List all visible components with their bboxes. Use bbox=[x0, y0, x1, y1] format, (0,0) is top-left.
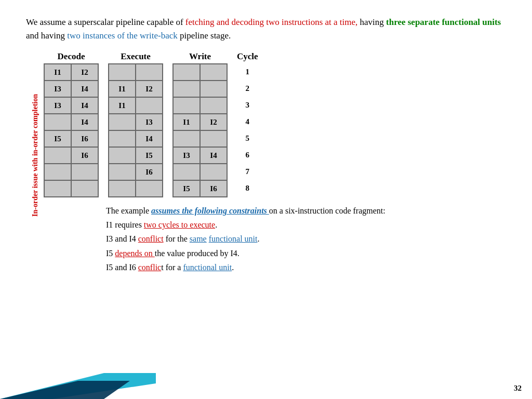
table-cell bbox=[109, 180, 136, 197]
desc-line2: I1 requires two cycles to execute. bbox=[106, 218, 506, 232]
desc-line4-pre: I5 bbox=[106, 249, 115, 258]
table-cell: I3 bbox=[44, 81, 71, 97]
write-table: I1I2I3I4I5I6 bbox=[172, 63, 228, 197]
desc-line1-pre: The example bbox=[106, 206, 151, 215]
desc-line3-pre: I3 and I4 bbox=[106, 234, 138, 243]
table-cell: I6 bbox=[200, 180, 227, 197]
cycle-num: 5 bbox=[240, 130, 255, 147]
table-cell bbox=[200, 64, 227, 81]
intro-red1: fetching and decoding two instructions a… bbox=[185, 17, 357, 27]
table-cell bbox=[136, 64, 163, 81]
intro-part2: having bbox=[357, 17, 386, 27]
two-cycles-link[interactable]: two cycles to execute bbox=[144, 220, 215, 229]
table-cell bbox=[109, 114, 136, 130]
functional-unit-link2[interactable]: functional unit bbox=[183, 263, 232, 272]
diagram-section: In-order issue with in-order completion … bbox=[31, 51, 506, 274]
intro-part3: and having bbox=[26, 31, 67, 41]
table-cell: I6 bbox=[71, 147, 98, 164]
intro-part1: We assume a superscalar pipeline capable… bbox=[26, 17, 185, 27]
table-cell bbox=[173, 64, 200, 81]
execute-table: I1I2I1I3I4I5I6 bbox=[108, 63, 163, 197]
description-section: The example assumes the following constr… bbox=[106, 204, 506, 274]
table-cell bbox=[173, 81, 200, 97]
rotated-label: In-order issue with in-order completion bbox=[31, 94, 39, 217]
table-cell: I4 bbox=[200, 147, 227, 164]
slide-number: 32 bbox=[514, 384, 522, 393]
table-cell bbox=[109, 130, 136, 147]
cycle-numbers: 12345678 bbox=[240, 63, 255, 196]
decode-header: Decode bbox=[58, 51, 85, 62]
depends-on-link[interactable]: depends on bbox=[115, 249, 154, 258]
same-link[interactable]: same bbox=[190, 234, 207, 243]
conflict-link2[interactable]: conflic bbox=[138, 263, 161, 272]
tables-area: Decode I1I2I3I4I3I4I4I5I6I6 Execute I1I2… bbox=[44, 51, 506, 274]
conflict-link1[interactable]: conflict bbox=[138, 234, 164, 243]
desc-line5-pre: I5 and I6 bbox=[106, 263, 138, 272]
assumes-link[interactable]: assumes the following constraints bbox=[151, 206, 269, 215]
table-cell bbox=[200, 97, 227, 114]
table-cell: I3 bbox=[173, 147, 200, 164]
desc-line3-mid: for the bbox=[164, 234, 190, 243]
table-cell bbox=[109, 147, 136, 164]
desc-line5-mid: t for a bbox=[161, 263, 183, 272]
table-cell: I2 bbox=[200, 114, 227, 130]
desc-line5-post: . bbox=[232, 263, 234, 272]
table-cell bbox=[44, 147, 71, 164]
execute-header: Execute bbox=[121, 51, 151, 62]
table-cell: I1 bbox=[44, 64, 71, 81]
table-cell: I4 bbox=[71, 81, 98, 97]
tables-row: Decode I1I2I3I4I3I4I4I5I6I6 Execute I1I2… bbox=[44, 51, 506, 197]
table-cell bbox=[44, 180, 71, 197]
table-cell bbox=[44, 164, 71, 180]
functional-unit-link1[interactable]: functional unit bbox=[209, 234, 258, 243]
write-stage: Write I1I2I3I4I5I6 bbox=[172, 51, 228, 197]
table-cell: I5 bbox=[44, 130, 71, 147]
table-cell bbox=[200, 130, 227, 147]
table-cell: I6 bbox=[71, 130, 98, 147]
table-cell: I6 bbox=[136, 164, 163, 180]
table-cell: I3 bbox=[136, 114, 163, 130]
cycle-num: 4 bbox=[240, 113, 255, 130]
desc-line1: The example assumes the following constr… bbox=[106, 204, 506, 218]
cycle-header: Cycle bbox=[237, 51, 258, 62]
table-cell: I4 bbox=[136, 130, 163, 147]
table-cell: I2 bbox=[136, 81, 163, 97]
cycle-num: 1 bbox=[240, 63, 255, 80]
desc-line2-post: . bbox=[215, 220, 217, 229]
table-cell bbox=[136, 180, 163, 197]
table-cell: I1 bbox=[109, 97, 136, 114]
table-cell: I4 bbox=[71, 97, 98, 114]
write-header: Write bbox=[189, 51, 211, 62]
table-cell: I5 bbox=[136, 147, 163, 164]
desc-line1-post: on a six-instruction code fragment: bbox=[269, 206, 385, 215]
execute-stage: Execute I1I2I1I3I4I5I6 bbox=[108, 51, 163, 197]
table-cell: I2 bbox=[71, 64, 98, 81]
cycle-num: 7 bbox=[240, 163, 255, 180]
table-cell bbox=[173, 164, 200, 180]
desc-line2-pre: I1 requires bbox=[106, 220, 144, 229]
table-cell: I3 bbox=[44, 97, 71, 114]
desc-line3: I3 and I4 conflict for the same function… bbox=[106, 232, 506, 246]
desc-line4: I5 depends on the value produced by I4. bbox=[106, 246, 506, 260]
table-cell bbox=[71, 180, 98, 197]
desc-line3-post: . bbox=[257, 234, 259, 243]
cycle-num: 8 bbox=[240, 180, 255, 196]
intro-paragraph: We assume a superscalar pipeline capable… bbox=[26, 16, 506, 42]
table-cell: I1 bbox=[109, 81, 136, 97]
intro-green1: three separate functional units bbox=[386, 17, 501, 27]
table-cell bbox=[173, 97, 200, 114]
table-cell bbox=[71, 164, 98, 180]
table-cell bbox=[136, 97, 163, 114]
table-cell bbox=[200, 81, 227, 97]
decode-stage: Decode I1I2I3I4I3I4I4I5I6I6 bbox=[44, 51, 99, 197]
table-cell bbox=[109, 164, 136, 180]
intro-part4: pipeline stage. bbox=[178, 31, 231, 41]
desc-line5: I5 and I6 conflict for a functional unit… bbox=[106, 260, 506, 274]
cycle-num: 6 bbox=[240, 147, 255, 163]
slide: We assume a superscalar pipeline capable… bbox=[0, 0, 532, 399]
cycle-num: 2 bbox=[240, 80, 255, 97]
decode-table: I1I2I3I4I3I4I4I5I6I6 bbox=[44, 63, 99, 197]
cycle-num: 3 bbox=[240, 97, 255, 113]
table-cell: I1 bbox=[173, 114, 200, 130]
table-cell bbox=[109, 64, 136, 81]
